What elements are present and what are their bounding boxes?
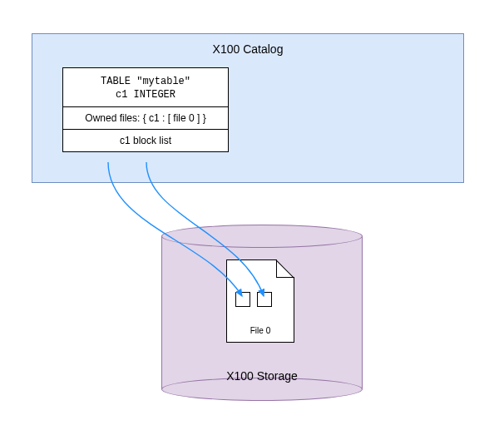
block-0 [235,292,250,307]
block-list-row: c1 block list [63,129,228,151]
file-label: File 0 [227,326,294,335]
table-card: TABLE "mytable" c1 INTEGER Owned files: … [62,67,229,152]
block-1 [257,292,272,307]
storage-label: X100 Storage [161,369,363,383]
file-icon: File 0 [226,259,294,343]
owned-files-row: Owned files: { c1 : [ file 0 ] } [63,106,228,129]
cylinder-top [161,225,363,248]
file-blocks [235,292,272,307]
table-heading-line1: TABLE "mytable" [101,76,190,87]
catalog-title: X100 Catalog [32,34,463,56]
table-heading: TABLE "mytable" c1 INTEGER [63,68,228,106]
catalog-box: X100 Catalog TABLE "mytable" c1 INTEGER … [32,33,464,183]
storage-cylinder: File 0 X100 Storage [161,225,363,401]
file-fold-edges [276,259,294,278]
table-heading-line2: c1 INTEGER [116,89,175,101]
